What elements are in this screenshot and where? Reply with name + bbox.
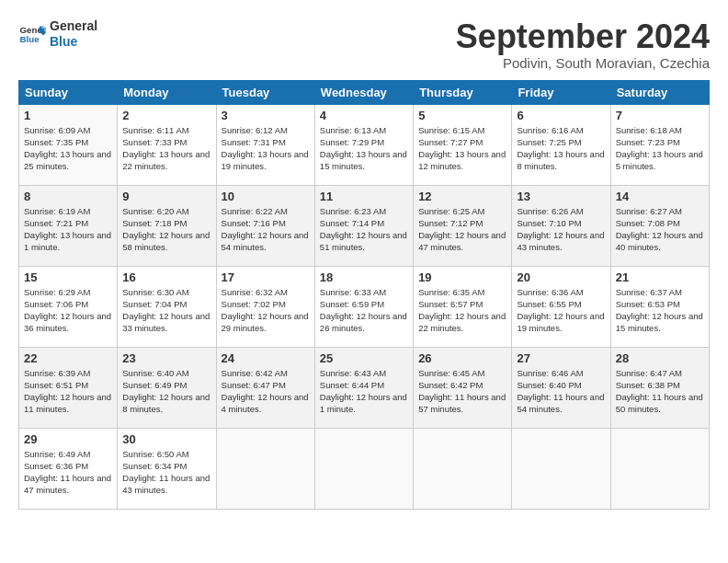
table-cell: 30 Sunrise: 6:50 AMSunset: 6:34 PMDaylig… [118,428,216,509]
table-cell: 8 Sunrise: 6:19 AMSunset: 7:21 PMDayligh… [19,185,118,266]
table-cell-empty [314,428,413,509]
table-cell: 3 Sunrise: 6:12 AMSunset: 7:31 PMDayligh… [216,104,314,185]
table-cell: 29 Sunrise: 6:49 AMSunset: 6:36 PMDaylig… [19,428,118,509]
table-cell: 2 Sunrise: 6:11 AMSunset: 7:33 PMDayligh… [118,104,216,185]
col-monday: Monday [118,80,216,104]
col-thursday: Thursday [414,80,512,104]
table-cell: 26 Sunrise: 6:45 AMSunset: 6:42 PMDaylig… [414,347,512,428]
title-block: September 2024 Podivin, South Moravian, … [456,18,710,71]
table-row: 8 Sunrise: 6:19 AMSunset: 7:21 PMDayligh… [19,185,710,266]
table-row: 1 Sunrise: 6:09 AMSunset: 7:35 PMDayligh… [19,104,710,185]
table-cell: 4 Sunrise: 6:13 AMSunset: 7:29 PMDayligh… [314,104,413,185]
table-cell-empty [512,428,610,509]
location: Podivin, South Moravian, Czechia [456,55,710,71]
col-saturday: Saturday [610,80,709,104]
table-cell: 28 Sunrise: 6:47 AMSunset: 6:38 PMDaylig… [610,347,709,428]
table-cell: 15 Sunrise: 6:29 AMSunset: 7:06 PMDaylig… [19,266,118,347]
table-cell: 7 Sunrise: 6:18 AMSunset: 7:23 PMDayligh… [610,104,709,185]
table-cell: 25 Sunrise: 6:43 AMSunset: 6:44 PMDaylig… [314,347,413,428]
table-cell: 18 Sunrise: 6:33 AMSunset: 6:59 PMDaylig… [314,266,413,347]
logo-general: General [50,18,97,34]
table-cell: 17 Sunrise: 6:32 AMSunset: 7:02 PMDaylig… [216,266,314,347]
col-friday: Friday [512,80,610,104]
col-tuesday: Tuesday [216,80,314,104]
table-cell: 22 Sunrise: 6:39 AMSunset: 6:51 PMDaylig… [19,347,118,428]
table-cell: 19 Sunrise: 6:35 AMSunset: 6:57 PMDaylig… [414,266,512,347]
table-cell: 11 Sunrise: 6:23 AMSunset: 7:14 PMDaylig… [314,185,413,266]
table-cell: 16 Sunrise: 6:30 AMSunset: 7:04 PMDaylig… [118,266,216,347]
table-cell: 12 Sunrise: 6:25 AMSunset: 7:12 PMDaylig… [414,185,512,266]
table-cell-empty [414,428,512,509]
table-cell: 23 Sunrise: 6:40 AMSunset: 6:49 PMDaylig… [118,347,216,428]
table-cell-empty [216,428,314,509]
calendar-table: Sunday Monday Tuesday Wednesday Thursday… [18,80,710,510]
table-cell-empty [610,428,709,509]
col-wednesday: Wednesday [314,80,413,104]
table-cell: 14 Sunrise: 6:27 AMSunset: 7:08 PMDaylig… [610,185,709,266]
table-cell: 13 Sunrise: 6:26 AMSunset: 7:10 PMDaylig… [512,185,610,266]
table-row: 29 Sunrise: 6:49 AMSunset: 6:36 PMDaylig… [19,428,710,509]
table-cell: 9 Sunrise: 6:20 AMSunset: 7:18 PMDayligh… [118,185,216,266]
table-cell: 21 Sunrise: 6:37 AMSunset: 6:53 PMDaylig… [610,266,709,347]
table-cell: 5 Sunrise: 6:15 AMSunset: 7:27 PMDayligh… [414,104,512,185]
col-sunday: Sunday [19,80,118,104]
table-row: 15 Sunrise: 6:29 AMSunset: 7:06 PMDaylig… [19,266,710,347]
table-cell: 24 Sunrise: 6:42 AMSunset: 6:47 PMDaylig… [216,347,314,428]
logo-icon: General Blue [18,20,46,48]
table-cell: 20 Sunrise: 6:36 AMSunset: 6:55 PMDaylig… [512,266,610,347]
logo-blue: Blue [50,34,97,50]
table-row: 22 Sunrise: 6:39 AMSunset: 6:51 PMDaylig… [19,347,710,428]
table-cell: 1 Sunrise: 6:09 AMSunset: 7:35 PMDayligh… [19,104,118,185]
table-cell: 10 Sunrise: 6:22 AMSunset: 7:16 PMDaylig… [216,185,314,266]
month-title: September 2024 [456,18,710,55]
svg-text:Blue: Blue [20,34,40,44]
table-cell: 27 Sunrise: 6:46 AMSunset: 6:40 PMDaylig… [512,347,610,428]
logo: General Blue General Blue [18,18,97,50]
table-cell: 6 Sunrise: 6:16 AMSunset: 7:25 PMDayligh… [512,104,610,185]
